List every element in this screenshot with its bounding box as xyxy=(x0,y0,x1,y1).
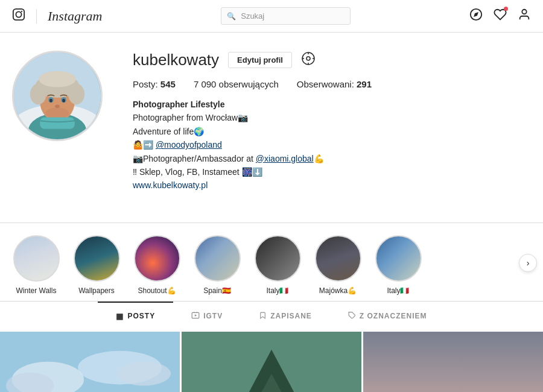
tab-zapisane[interactable]: ZAPISANE xyxy=(241,302,330,330)
bio-line-1: Photographer Lifestyle xyxy=(133,98,531,111)
svg-point-13 xyxy=(68,84,84,105)
posty-tab-icon: ▦ xyxy=(116,312,124,321)
highlight-circle-wallpapers xyxy=(74,235,120,282)
svg-rect-20 xyxy=(40,118,75,129)
svg-rect-46 xyxy=(363,332,543,392)
compass-icon[interactable] xyxy=(469,8,483,24)
profile-name-row: kubelkowaty Edytuj profil xyxy=(133,51,531,69)
tab-posty[interactable]: ▦ POSTY xyxy=(98,302,173,330)
posty-tab-label: POSTY xyxy=(127,312,155,320)
logo-separator xyxy=(36,9,37,24)
highlight-circle-shoutout xyxy=(134,235,180,282)
highlights-section: Winter Walls Wallpapers Shoutout💪 Spain🇪… xyxy=(0,223,543,301)
tab-igtv[interactable]: IGTV xyxy=(173,302,241,330)
highlight-label-italy1: Italy🇮🇹 xyxy=(266,286,288,295)
avatar-wrap xyxy=(12,51,103,141)
heart-icon[interactable] xyxy=(494,8,507,24)
highlights-next-button[interactable]: › xyxy=(519,254,537,272)
edit-profile-button[interactable]: Edytuj profil xyxy=(228,52,292,68)
settings-icon[interactable] xyxy=(301,51,316,69)
highlight-circle-winter xyxy=(13,235,60,282)
logo-area: Instagram xyxy=(12,8,102,25)
highlight-wallpapers[interactable]: Wallpapers xyxy=(72,235,121,295)
svg-rect-0 xyxy=(13,8,24,19)
highlight-spain[interactable]: Spain🇪🇸 xyxy=(193,235,241,295)
tabs-row: ▦ POSTY IGTV xyxy=(0,302,543,330)
zapisane-tab-label: ZAPISANE xyxy=(270,312,312,320)
post-thumb-2[interactable] xyxy=(182,332,361,392)
svg-point-2 xyxy=(21,10,22,11)
following-stat: Obserwowani: 291 xyxy=(297,79,372,89)
igtv-tab-label: IGTV xyxy=(203,312,223,320)
search-area: 🔍 xyxy=(102,7,469,25)
post-thumb-1[interactable] xyxy=(0,332,180,392)
highlight-label-spain: Spain🇪🇸 xyxy=(203,286,231,295)
user-icon[interactable] xyxy=(518,8,531,24)
header: Instagram 🔍 xyxy=(0,0,543,33)
highlight-circle-italy2 xyxy=(375,235,422,282)
notification-dot xyxy=(504,7,508,11)
xiaomi-handle[interactable]: @xiaomi.global xyxy=(256,154,314,163)
search-wrapper: 🔍 xyxy=(221,7,351,25)
svg-point-5 xyxy=(522,10,526,14)
highlight-italy1[interactable]: Italy🇮🇹 xyxy=(253,235,302,295)
profile-top: kubelkowaty Edytuj profil xyxy=(12,51,531,192)
tabs-section: ▦ POSTY IGTV xyxy=(0,301,543,330)
profile-bio: Photographer Lifestyle Photographer from… xyxy=(133,98,531,192)
highlight-winter-walls[interactable]: Winter Walls xyxy=(12,235,60,295)
bio-line-5: 📷Photographer/Ambassador at @xiaomi.glob… xyxy=(133,152,531,165)
bio-line-3: Adventure of life🌍 xyxy=(133,125,531,138)
website-link[interactable]: www.kubelkowaty.pl xyxy=(133,179,531,192)
svg-point-19 xyxy=(46,107,69,119)
search-input[interactable] xyxy=(221,7,351,25)
search-icon: 🔍 xyxy=(227,12,236,21)
svg-point-12 xyxy=(30,84,46,105)
instagram-camera-icon xyxy=(12,8,25,25)
page: Instagram 🔍 xyxy=(0,0,543,392)
username: kubelkowaty xyxy=(133,51,219,69)
svg-point-16 xyxy=(49,99,52,103)
highlight-circle-italy1 xyxy=(255,235,301,282)
posts-stat: Posty: 545 xyxy=(133,79,176,89)
svg-point-37 xyxy=(117,361,171,385)
bio-line-6: ‼️ Sklep, Vlog, FB, Instameet 🎆⬇️ xyxy=(133,165,531,179)
post-thumb-3[interactable] xyxy=(363,332,543,392)
highlight-label-winter: Winter Walls xyxy=(16,286,57,295)
avatar xyxy=(12,51,103,141)
bio-line-2: Photographer from Wrocław📷 xyxy=(133,111,531,124)
highlight-shoutout[interactable]: Shoutout💪 xyxy=(133,235,181,295)
brand-name: Instagram xyxy=(48,8,102,24)
zapisane-tab-icon xyxy=(259,311,267,321)
svg-marker-30 xyxy=(195,314,197,317)
igtv-tab-icon xyxy=(191,311,200,321)
highlight-label-italy2: Italy🇮🇹 xyxy=(387,286,409,295)
profile-stats: Posty: 545 7 090 obserwujących Obserwowa… xyxy=(133,79,531,89)
svg-point-22 xyxy=(306,57,310,60)
highlights-row: Winter Walls Wallpapers Shoutout💪 Spain🇪… xyxy=(0,235,543,295)
svg-point-1 xyxy=(16,11,21,17)
highlight-circle-majowka xyxy=(315,235,361,282)
highlight-circle-spain xyxy=(194,235,241,282)
profile-container: kubelkowaty Edytuj profil xyxy=(0,33,543,223)
highlight-label-majowka: Majówka💪 xyxy=(319,286,357,295)
highlight-majowka[interactable]: Majówka💪 xyxy=(314,235,362,295)
svg-point-11 xyxy=(39,71,75,87)
followers-stat[interactable]: 7 090 obserwujących xyxy=(194,79,279,89)
moodyofpoland-handle[interactable]: @moodyofpoland xyxy=(156,140,222,150)
highlight-label-wallpapers: Wallpapers xyxy=(78,286,115,295)
posts-grid xyxy=(0,330,543,392)
bio-line-4: 🤷➡️ @moodyofpoland xyxy=(133,138,531,151)
highlight-italy2[interactable]: Italy🇮🇹 xyxy=(374,235,422,295)
profile-info: kubelkowaty Edytuj profil xyxy=(133,51,531,192)
highlight-label-shoutout: Shoutout💪 xyxy=(138,286,176,295)
svg-point-17 xyxy=(62,99,65,103)
z-oznaczeniem-tab-label: Z OZNACZENIEM xyxy=(360,312,427,320)
svg-marker-4 xyxy=(474,12,478,17)
header-actions xyxy=(469,8,531,24)
tab-z-oznaczeniem[interactable]: Z OZNACZENIEM xyxy=(330,302,445,330)
z-oznaczeniem-tab-icon xyxy=(348,311,356,321)
